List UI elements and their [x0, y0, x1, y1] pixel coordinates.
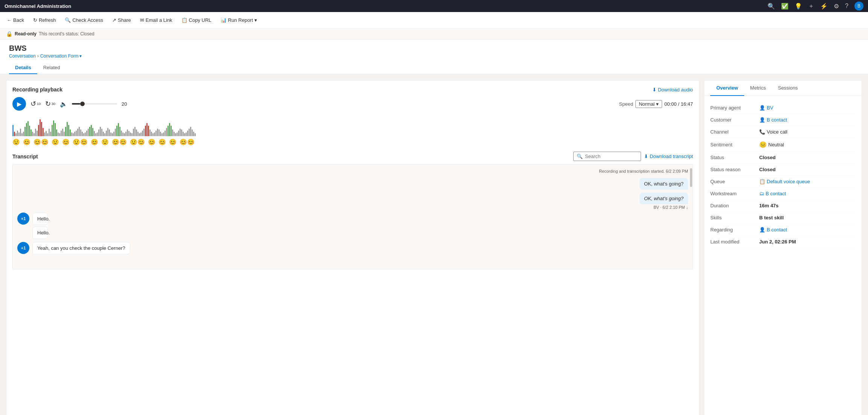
bubble-right-1: OK, what's going? — [640, 178, 688, 190]
waveform-bar — [160, 132, 161, 136]
value-customer[interactable]: 👤 B contact — [759, 117, 787, 123]
filter-icon[interactable]: ⚡ — [820, 3, 828, 10]
run-report-label: Run Report — [228, 17, 253, 23]
check-circle-icon[interactable]: ✅ — [781, 3, 789, 10]
download-transcript-label: Download transcript — [650, 154, 693, 159]
breadcrumb-form-link[interactable]: Conversation Form ▾ — [40, 53, 82, 59]
label-customer: Customer — [710, 117, 759, 123]
speed-select[interactable]: Normal ▾ — [635, 100, 662, 108]
field-skills: Skills B test skill — [710, 212, 856, 224]
waveform-bar — [183, 132, 184, 136]
back-button[interactable]: ← Back — [3, 16, 28, 24]
main-content: Recording playback ⬇ Download audio ▶ ↺ … — [0, 74, 868, 415]
value-primary-agent[interactable]: 👤 BV — [759, 105, 773, 111]
avatar-left-1: +1 — [17, 213, 29, 225]
waveform-bar — [181, 129, 182, 136]
message-left-1: +1 Hello. Hello. — [17, 213, 688, 239]
refresh-button[interactable]: ↻ Refresh — [29, 16, 60, 24]
page-tabs: Details Related — [9, 62, 859, 74]
waveform-bar — [110, 132, 111, 136]
settings-icon[interactable]: ⚙ — [834, 3, 839, 10]
value-workstream[interactable]: 🗂 B contact — [759, 191, 786, 196]
waveform-bar — [164, 131, 166, 136]
right-tab-overview[interactable]: Overview — [710, 81, 744, 96]
readonly-text: This record's status: Closed — [39, 31, 94, 36]
plus-icon[interactable]: ＋ — [808, 2, 814, 10]
volume-value: 20 — [122, 101, 127, 107]
waveform-bar — [163, 132, 164, 136]
waveform-bar — [133, 129, 134, 136]
download-audio-button[interactable]: ⬇ Download audio — [652, 87, 693, 93]
breadcrumb-conversation-link[interactable]: Conversation — [9, 53, 36, 59]
waveform-bar — [15, 133, 17, 136]
waveform-bar — [34, 133, 35, 136]
tab-related[interactable]: Related — [37, 62, 66, 74]
help-icon[interactable]: ? — [845, 3, 848, 9]
share-button[interactable]: ↗ Share — [108, 16, 135, 24]
rewind-label: 10 — [37, 102, 41, 106]
waveform-bar — [26, 123, 27, 136]
waveform-bar — [91, 125, 92, 136]
waveform-bar — [30, 129, 32, 136]
form-chevron-icon: ▾ — [79, 53, 82, 59]
copy-url-button[interactable]: 📋 Copy URL — [178, 16, 215, 24]
email-link-button[interactable]: ✉ Email a Link — [136, 16, 176, 24]
scrollbar[interactable] — [690, 164, 693, 269]
waveform-bar — [180, 129, 181, 136]
waveform[interactable] — [12, 114, 693, 136]
waveform-bar — [92, 128, 93, 136]
waveform-bar — [142, 131, 143, 136]
waveform-bar — [50, 132, 51, 136]
seek-thumb — [80, 102, 85, 106]
lightbulb-icon[interactable]: 💡 — [795, 3, 802, 10]
seek-bar[interactable] — [72, 103, 117, 105]
sentiment-icon: 😊😊 — [180, 138, 195, 146]
sentiment-icon: 😟 — [52, 138, 59, 146]
run-report-button[interactable]: 📊 Run Report ▾ — [217, 16, 261, 24]
download-audio-label: Download audio — [658, 87, 693, 93]
waveform-bar — [14, 132, 15, 136]
regarding-person-icon: 👤 — [759, 227, 765, 233]
right-panel-content: Primary agent 👤 BV Customer 👤 B contact … — [704, 96, 862, 254]
check-access-button[interactable]: 🔍 Check Access — [61, 16, 107, 24]
top-nav-icons: 🔍 ✅ 💡 ＋ ⚡ ⚙ ? B — [767, 2, 863, 11]
sentiment-icon: 😊😊 — [34, 138, 49, 146]
transcript-body: Recording and transcription started. 6/2… — [12, 164, 693, 269]
waveform-bar — [97, 132, 98, 136]
waveform-bar — [184, 133, 185, 136]
value-regarding[interactable]: 👤 B contact — [759, 227, 787, 233]
forward-button[interactable]: ↻ 30 — [45, 100, 55, 108]
waveform-bar — [20, 129, 21, 136]
waveform-bar — [186, 132, 187, 136]
right-tab-metrics[interactable]: Metrics — [744, 81, 772, 96]
waveform-bar — [85, 132, 86, 136]
user-avatar[interactable]: B — [854, 2, 863, 11]
right-tab-sessions[interactable]: Sessions — [772, 81, 804, 96]
rewind-button[interactable]: ↺ 10 — [30, 100, 41, 108]
waveform-bar — [103, 132, 104, 136]
waveform-bar — [38, 125, 39, 136]
field-duration: Duration 16m 47s — [710, 200, 856, 212]
transcript-header: Transcript 🔍 ⬇ Download transcript — [12, 152, 693, 161]
label-primary-agent: Primary agent — [710, 105, 759, 111]
label-skills: Skills — [710, 215, 759, 220]
volume-button[interactable]: 🔈 — [60, 100, 67, 108]
refresh-icon: ↻ — [33, 17, 37, 23]
message-left-2: +1 Yeah, can you check the couple Cerner… — [17, 242, 688, 254]
waveform-bar — [143, 129, 145, 136]
sentiment-icon: 😊 — [169, 138, 177, 146]
tab-details[interactable]: Details — [9, 62, 37, 74]
play-button[interactable]: ▶ — [12, 97, 26, 111]
transcript-search-input[interactable] — [585, 154, 638, 159]
waveform-bar — [29, 126, 30, 136]
back-icon: ← — [7, 17, 12, 23]
download-transcript-icon: ⬇ — [644, 154, 648, 159]
search-icon[interactable]: 🔍 — [767, 3, 775, 10]
waveform-bar — [68, 125, 69, 136]
speed-chevron-icon: ▾ — [656, 101, 659, 107]
rewind-icon: ↺ — [30, 100, 36, 108]
waveform-bar — [175, 133, 176, 136]
download-transcript-button[interactable]: ⬇ Download transcript — [644, 154, 693, 159]
waveform-bar — [67, 122, 68, 136]
value-queue[interactable]: 📋 Default voice queue — [759, 179, 810, 184]
